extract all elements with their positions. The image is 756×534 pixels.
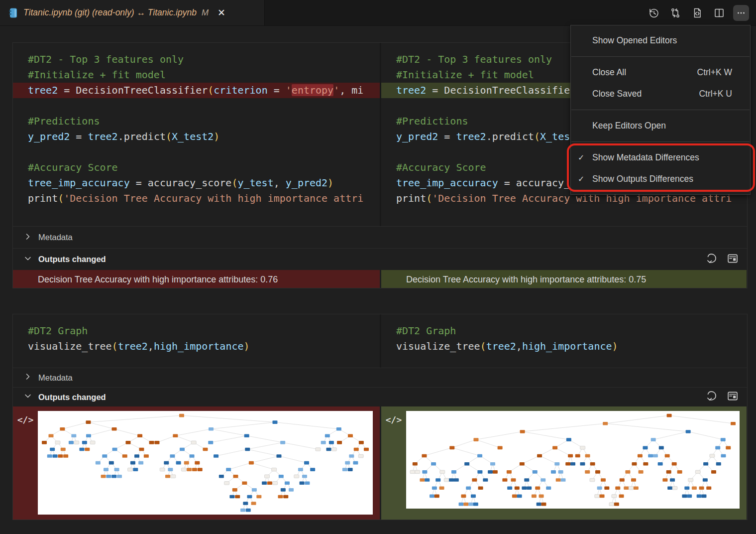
menu-item-close-all[interactable]: Close AllCtrl+K W	[571, 62, 750, 83]
menu-item-label: Keep Editors Open	[592, 121, 666, 131]
vscode-diff-editor-window: Titanic.ipynb (git) (read-only) ↔ Titani…	[0, 0, 756, 534]
notebook-file-icon	[8, 7, 18, 19]
menu-item-label: Show Opened Editors	[592, 35, 677, 46]
cell-1-output-diff: Decision Tree Accuracy with high importa…	[13, 270, 747, 288]
code-line: print('Decision Tree Accuracy with high …	[28, 191, 380, 206]
chevron-right-icon[interactable]	[24, 233, 32, 243]
cell-1-outputs-row[interactable]: Outputs changed	[13, 248, 747, 270]
code-line	[28, 144, 380, 160]
embedded-code-icon: </>	[381, 411, 406, 520]
code-line: tree2 = DecisionTreeClassifier(criterion…	[13, 83, 380, 98]
outputs-changed-label: Outputs changed	[38, 393, 106, 402]
editor-actions-menu: Show Opened EditorsClose AllCtrl+K WClos…	[570, 25, 751, 195]
code-line: #DT2 Graph	[28, 323, 380, 339]
code-line: #Accuracy Score	[28, 160, 380, 175]
chevron-down-icon[interactable]	[24, 392, 32, 402]
cell-2-code-modified[interactable]: #DT2 Graphvisualize_tree(tree2,high_impo…	[380, 314, 747, 368]
code-line: #DT2 - Top 3 features only	[28, 52, 380, 67]
editor-tab-bar: Titanic.ipynb (git) (read-only) ↔ Titani…	[0, 0, 756, 26]
menu-item-show-metadata-differences[interactable]: ✓Show Metadata Differences	[571, 147, 750, 168]
menu-item-label: Close All	[592, 67, 626, 78]
chevron-right-icon[interactable]	[24, 373, 32, 383]
menu-item-label: Show Metadata Differences	[592, 152, 699, 163]
outputs-changed-label: Outputs changed	[38, 255, 106, 264]
cell-2-metadata-row[interactable]: Metadata	[13, 368, 747, 387]
diff-editor-tab[interactable]: Titanic.ipynb (git) (read-only) ↔ Titani…	[0, 0, 265, 25]
history-icon[interactable]	[646, 5, 661, 21]
code-line: #Initialize + fit model	[28, 67, 380, 83]
code-line	[28, 98, 380, 114]
close-tab-icon[interactable]: ✕	[217, 7, 225, 18]
modified-badge: M	[202, 8, 209, 18]
menu-item-close-saved[interactable]: Close SavedCtrl+K U	[571, 83, 750, 105]
cell-2-code-diff: #DT2 Graphvisualize_tree(tree2,high_impo…	[13, 314, 747, 368]
open-output-view-icon[interactable]	[726, 390, 739, 404]
code-line: tree_imp_accuracy = accuracy_score(y_tes…	[28, 175, 380, 191]
notebook-cell-2: #DT2 Graphvisualize_tree(tree2,high_impo…	[12, 314, 748, 520]
metadata-label: Metadata	[38, 233, 73, 242]
cell-1-code-original[interactable]: #DT2 - Top 3 features only#Initialize + …	[13, 43, 380, 226]
decision-tree-image	[38, 411, 373, 515]
code-line: visualize_tree(tree2,high_importance)	[396, 339, 747, 354]
code-line: visualize_tree(tree2,high_importance)	[28, 339, 380, 354]
output-image-modified: </>	[380, 406, 747, 520]
split-editor-icon[interactable]	[711, 5, 727, 21]
revert-outputs-icon[interactable]	[706, 252, 719, 267]
menu-item-shortcut: Ctrl+K U	[699, 89, 742, 99]
revert-outputs-icon[interactable]	[706, 390, 719, 404]
code-line: y_pred2 = tree2.predict(X_test2)	[28, 129, 380, 144]
menu-separator	[571, 110, 750, 110]
cell-2-outputs-row[interactable]: Outputs changed	[13, 387, 747, 406]
checkmark-icon: ✓	[578, 174, 592, 184]
open-file-icon[interactable]	[689, 5, 705, 21]
cell-2-output-diff: </> </>	[13, 406, 747, 520]
output-text-modified: Decision Tree Accuracy with high importa…	[380, 270, 747, 288]
menu-item-show-opened-editors[interactable]: Show Opened Editors	[571, 30, 750, 51]
menu-separator	[571, 141, 750, 142]
code-line: #DT2 Graph	[396, 323, 747, 339]
compare-changes-icon[interactable]	[667, 5, 683, 21]
embedded-code-icon: </>	[13, 411, 38, 520]
chevron-down-icon[interactable]	[24, 255, 32, 265]
menu-item-shortcut: Ctrl+K W	[697, 67, 743, 78]
menu-item-label: Close Saved	[592, 89, 642, 99]
menu-item-show-outputs-differences[interactable]: ✓Show Outputs Differences	[571, 168, 750, 190]
more-actions-icon[interactable]	[733, 5, 749, 21]
editor-toolbar	[646, 0, 756, 25]
menu-item-label: Show Outputs Differences	[592, 174, 693, 184]
menu-separator	[571, 56, 750, 57]
output-image-original: </>	[13, 406, 380, 520]
cell-2-code-original[interactable]: #DT2 Graphvisualize_tree(tree2,high_impo…	[13, 314, 380, 368]
tab-title: Titanic.ipynb (git) (read-only) ↔ Titani…	[23, 7, 197, 18]
decision-tree-image	[406, 411, 740, 509]
code-line: #Predictions	[28, 114, 380, 129]
menu-item-keep-editors-open[interactable]: Keep Editors Open	[571, 115, 750, 136]
metadata-label: Metadata	[38, 373, 73, 383]
output-text-original: Decision Tree Accuracy with high importa…	[13, 270, 380, 288]
checkmark-icon: ✓	[578, 153, 592, 162]
cell-1-metadata-row[interactable]: Metadata	[13, 226, 747, 248]
open-output-view-icon[interactable]	[726, 252, 739, 267]
